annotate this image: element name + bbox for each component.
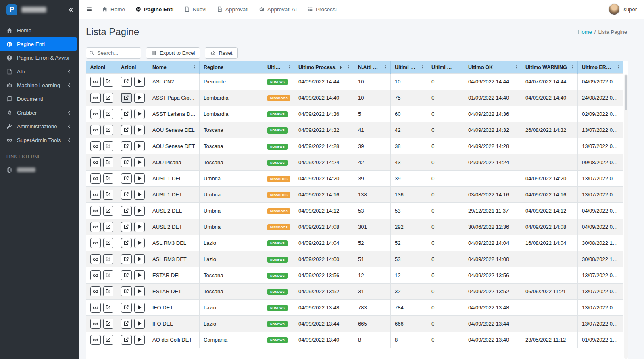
open-page-button[interactable] (121, 93, 132, 103)
column-menu-icon[interactable] (420, 65, 425, 70)
view-button[interactable] (90, 157, 101, 167)
open-page-button[interactable] (121, 206, 132, 216)
edit-button[interactable] (103, 77, 114, 87)
view-button[interactable] (90, 319, 101, 329)
sidebar-item-atti[interactable]: Atti (0, 65, 77, 78)
collapse-sidebar-icon[interactable] (68, 7, 74, 13)
column-header-ultimo-process[interactable]: Ultimo Process. (294, 61, 354, 73)
view-button[interactable] (90, 222, 101, 232)
edit-button[interactable] (103, 141, 114, 151)
edit-button[interactable] (103, 157, 114, 167)
column-menu-icon[interactable] (346, 65, 351, 70)
sidebar-item-machine-learning[interactable]: Machine Learning (0, 78, 77, 92)
view-button[interactable] (90, 141, 101, 151)
edit-button[interactable] (103, 109, 114, 119)
breadcrumb-home-link[interactable]: Home (578, 29, 592, 35)
open-page-button[interactable] (121, 238, 132, 248)
open-page-button[interactable] (121, 157, 132, 167)
vertical-scrollbar[interactable] (624, 74, 628, 359)
export-excel-button[interactable]: Export to Excel (146, 47, 200, 59)
run-process-button[interactable] (134, 141, 145, 151)
column-header-ultimi-at[interactable]: Ultimi at… (391, 61, 427, 73)
edit-button[interactable] (103, 286, 114, 296)
external-link-item[interactable] (0, 163, 77, 177)
open-page-button[interactable] (121, 77, 132, 87)
run-process-button[interactable] (134, 222, 145, 232)
view-button[interactable] (90, 93, 101, 103)
topnav-item-nuovi[interactable]: Nuovi (184, 6, 207, 13)
view-button[interactable] (90, 190, 101, 200)
sidebar-item-documenti[interactable]: Documenti (0, 92, 77, 106)
view-button[interactable] (90, 238, 101, 248)
sidebar-item-superadmin-tools[interactable]: SuperAdmin Tools (0, 133, 77, 147)
column-menu-icon[interactable] (570, 65, 575, 70)
open-page-button[interactable] (121, 109, 132, 119)
topnav-item-approvati[interactable]: Approvati (217, 6, 248, 13)
sidebar-item-home[interactable]: Home (0, 23, 77, 37)
sidebar-item-grabber[interactable]: Grabber (0, 106, 77, 119)
column-menu-icon[interactable] (456, 65, 461, 70)
edit-button[interactable] (103, 319, 114, 329)
run-process-button[interactable] (134, 238, 145, 248)
view-button[interactable] (90, 286, 101, 296)
column-menu-icon[interactable] (514, 65, 519, 70)
sidebar-item-amministrazione[interactable]: Amministrazione (0, 119, 77, 133)
column-header-regione[interactable]: Regione (200, 61, 263, 73)
run-process-button[interactable] (134, 303, 145, 313)
open-page-button[interactable] (121, 270, 132, 280)
open-page-button[interactable] (121, 190, 132, 200)
topnav-item-processi[interactable]: Processi (307, 6, 337, 13)
edit-button[interactable] (103, 238, 114, 248)
topnav-item-home[interactable]: Home (102, 6, 125, 13)
run-process-button[interactable] (134, 125, 145, 135)
view-button[interactable] (90, 335, 101, 345)
edit-button[interactable] (103, 222, 114, 232)
run-process-button[interactable] (134, 157, 145, 167)
edit-button[interactable] (103, 173, 114, 184)
open-page-button[interactable] (121, 222, 132, 232)
run-process-button[interactable] (134, 93, 145, 103)
view-button[interactable] (90, 206, 101, 216)
sidebar-item-pagine-errori-avvisi[interactable]: Pagine Errori & Avvisi (0, 51, 77, 65)
open-page-button[interactable] (121, 286, 132, 296)
view-button[interactable] (90, 109, 101, 119)
column-menu-icon[interactable] (616, 65, 621, 70)
column-menu-icon[interactable] (256, 65, 261, 70)
run-process-button[interactable] (134, 173, 145, 184)
edit-button[interactable] (103, 93, 114, 103)
app-logo[interactable]: P (6, 4, 17, 15)
column-header-nome[interactable]: Nome (148, 61, 200, 73)
column-menu-icon[interactable] (287, 65, 292, 70)
view-button[interactable] (90, 254, 101, 264)
column-header-ultimo-warning[interactable]: Ultimo WARNING (521, 61, 578, 73)
column-header-ultimi-att[interactable]: Ultimi att… (427, 61, 464, 73)
open-page-button[interactable] (121, 303, 132, 313)
edit-button[interactable] (103, 125, 114, 135)
edit-button[interactable] (103, 303, 114, 313)
edit-button[interactable] (103, 270, 114, 280)
menu-toggle-icon[interactable] (86, 6, 92, 13)
run-process-button[interactable] (134, 335, 145, 345)
view-button[interactable] (90, 77, 101, 87)
run-process-button[interactable] (134, 190, 145, 200)
open-page-button[interactable] (121, 125, 132, 135)
scrollbar-thumb[interactable] (625, 75, 627, 110)
view-button[interactable] (90, 125, 101, 135)
edit-button[interactable] (103, 190, 114, 200)
view-button[interactable] (90, 303, 101, 313)
column-menu-icon[interactable] (192, 65, 197, 70)
view-button[interactable] (90, 173, 101, 184)
column-header-azioni[interactable]: Azioni (117, 61, 148, 73)
run-process-button[interactable] (134, 270, 145, 280)
topnav-item-approvati-ai[interactable]: Approvati AI (259, 6, 297, 13)
column-header-azioni[interactable]: Azioni (86, 61, 117, 73)
run-process-button[interactable] (134, 109, 145, 119)
user-menu[interactable]: super (608, 3, 637, 15)
open-page-button[interactable] (121, 173, 132, 184)
open-page-button[interactable] (121, 254, 132, 264)
column-menu-icon[interactable] (383, 65, 388, 70)
sidebar-item-pagine-enti[interactable]: Pagine Enti (0, 37, 77, 51)
edit-button[interactable] (103, 335, 114, 345)
open-page-button[interactable] (121, 319, 132, 329)
column-header-ultimo-err[interactable]: Ultimo ERR… (578, 61, 623, 73)
